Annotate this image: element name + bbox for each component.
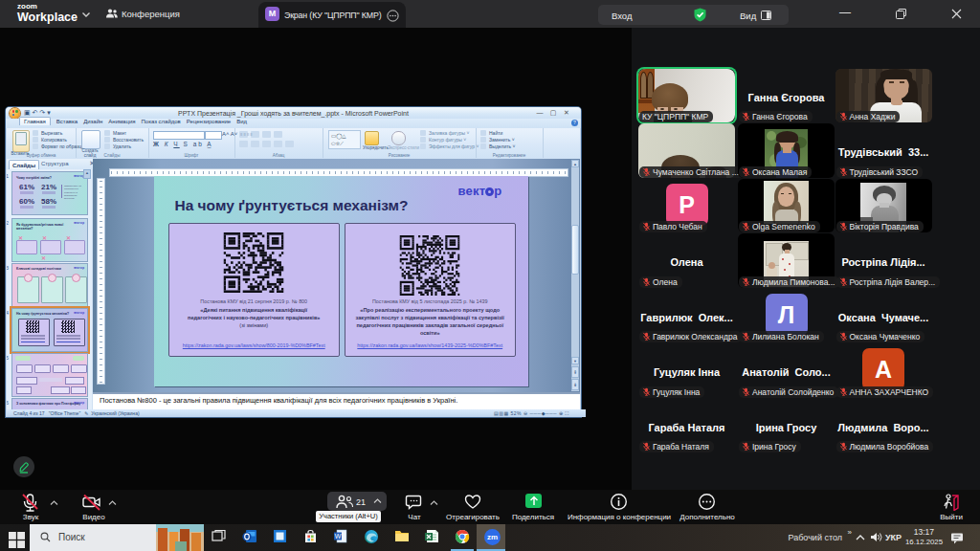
svg-text:W: W (335, 533, 342, 540)
